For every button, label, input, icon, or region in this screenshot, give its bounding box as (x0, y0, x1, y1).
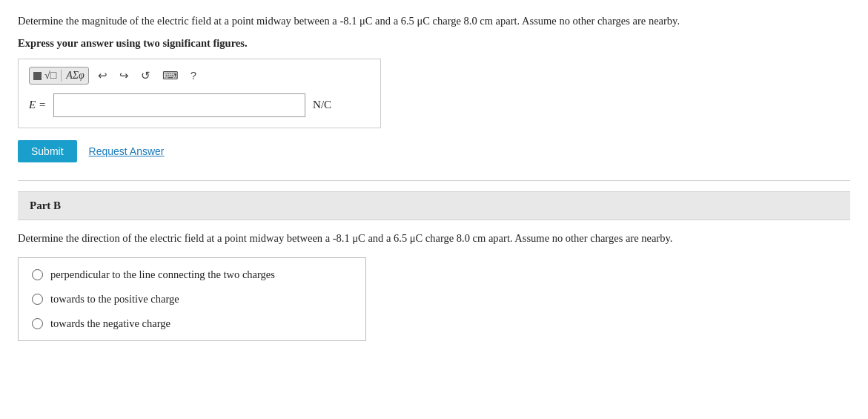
part-a-question: Determine the magnitude of the electric … (18, 13, 850, 30)
part-b-question: Determine the direction of the electric … (18, 231, 850, 247)
part-a-instruction: Express your answer using two significan… (18, 37, 850, 50)
radio-perpendicular[interactable] (32, 269, 43, 280)
field-label: E = (29, 99, 46, 111)
square-icon[interactable] (33, 70, 42, 82)
refresh-button[interactable]: ↺ (138, 67, 153, 84)
section-divider (18, 180, 850, 181)
radio-positive[interactable] (32, 294, 43, 305)
choice-label-3: towards the negative charge (50, 317, 170, 330)
part-b-header: Part B (18, 191, 850, 220)
radio-negative[interactable] (32, 318, 43, 329)
request-answer-button[interactable]: Request Answer (89, 145, 165, 157)
input-row: E = N/C (29, 93, 370, 117)
actions-part-a: Submit Request Answer (18, 140, 850, 162)
answer-input[interactable] (53, 93, 305, 117)
choice-item-2: towards to the positive charge (32, 293, 352, 306)
choices-box: perpendicular to the line connecting the… (18, 257, 366, 341)
choice-item-3: towards the negative charge (32, 317, 352, 330)
toolbar-divider-1 (61, 70, 62, 82)
choice-label-1: perpendicular to the line connecting the… (50, 268, 275, 281)
undo-button[interactable]: ↩ (95, 67, 110, 84)
keyboard-button[interactable]: ⌨ (159, 67, 182, 84)
answer-box-part-a: √□ ΑΣφ ↩ ↪ ↺ ⌨ ? E = N/C (18, 59, 381, 128)
format-group: √□ ΑΣφ (29, 67, 89, 85)
choice-label-2: towards to the positive charge (50, 293, 179, 306)
math-toolbar: √□ ΑΣφ ↩ ↪ ↺ ⌨ ? (29, 67, 370, 85)
part-b-section: Determine the direction of the electric … (18, 220, 850, 341)
alpha-sigma-phi-icon[interactable]: ΑΣφ (66, 70, 85, 82)
redo-button[interactable]: ↪ (116, 67, 132, 84)
unit-label: N/C (313, 99, 331, 111)
help-button[interactable]: ? (188, 67, 199, 83)
choice-item-1: perpendicular to the line connecting the… (32, 268, 352, 281)
sqrt-icon[interactable]: √□ (44, 70, 56, 82)
submit-button[interactable]: Submit (18, 140, 77, 162)
